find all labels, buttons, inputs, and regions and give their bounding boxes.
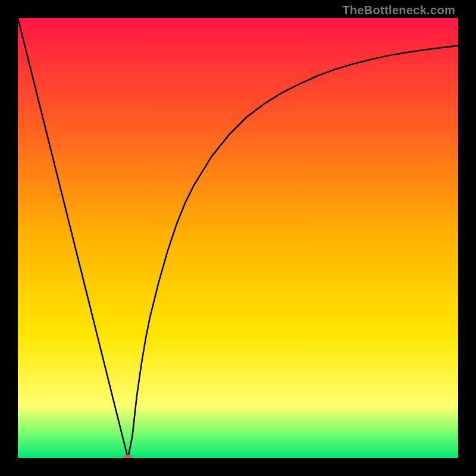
chart-frame: TheBottleneck.com	[0, 0, 476, 476]
watermark-text: TheBottleneck.com	[342, 4, 455, 17]
gradient-bg	[18, 18, 458, 458]
chart-svg	[18, 18, 458, 458]
chart-area	[18, 18, 458, 458]
